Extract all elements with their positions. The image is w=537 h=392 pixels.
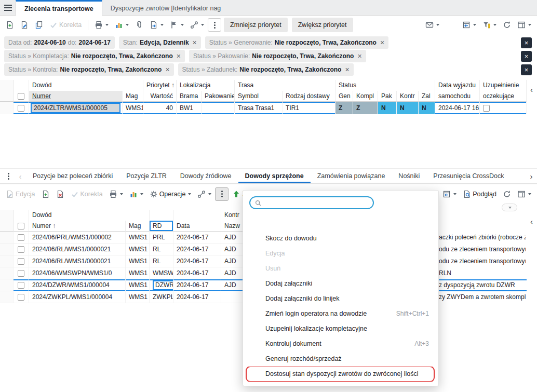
- focused-cell[interactable]: 2024/ZLTR/WMS1/000005: [31, 103, 120, 113]
- menu-item-dodaj-zalaczniki[interactable]: Dodaj załączniki: [243, 276, 438, 291]
- row-checkbox[interactable]: [18, 282, 24, 289]
- more-actions-button[interactable]: [215, 187, 229, 201]
- menu-item-generuj-rozchod-sprzedaz[interactable]: Generuj rozchód/sprzedaż: [243, 352, 438, 367]
- tab-dowody-sprzezone[interactable]: Dowody sprzężone: [238, 169, 311, 183]
- menu-item-uzupelnij-lokalizacje[interactable]: Uzupełnij lokalizacje kompletacyjne: [243, 321, 438, 336]
- row-handle[interactable]: [0, 232, 14, 244]
- filter-chip-status-pakowanie[interactable]: Status » Pakowanie: Nie rozpoczęto, Trwa…: [189, 50, 366, 62]
- column-group-dowod[interactable]: Dowód: [29, 210, 150, 221]
- filter-chip-status-zaladunek[interactable]: Status » Załadunek: Nie rozpoczęto, Trwa…: [178, 63, 354, 76]
- select-all-checkbox[interactable]: [18, 93, 24, 100]
- collapse-panel-button[interactable]: [502, 204, 517, 211]
- row-checkbox[interactable]: [18, 105, 24, 112]
- import-view-button[interactable]: [460, 19, 479, 31]
- print-button[interactable]: [106, 188, 126, 200]
- flag-button[interactable]: [167, 19, 186, 31]
- tabs-scroll-left-icon[interactable]: ‹: [15, 169, 26, 183]
- column-header-mag[interactable]: Mag: [126, 221, 150, 232]
- chip-close-icon[interactable]: ×: [193, 39, 197, 46]
- decrease-priority-button[interactable]: Zmniejsz priorytet: [224, 18, 288, 32]
- add-document-button[interactable]: [3, 19, 17, 31]
- menu-search-input[interactable]: [265, 199, 369, 207]
- chip-close-icon[interactable]: ×: [165, 66, 169, 73]
- relations-button[interactable]: [187, 19, 207, 31]
- column-header-numer[interactable]: Numer ↑: [29, 221, 126, 232]
- edit-button[interactable]: Edycja: [3, 188, 38, 200]
- row-handle[interactable]: [0, 102, 14, 114]
- panel-collapse-icon[interactable]: ‹: [530, 217, 533, 226]
- more-actions-button[interactable]: [208, 18, 221, 32]
- column-header-nazwa[interactable]: Nazw: [221, 221, 244, 232]
- column-group-status[interactable]: Status: [335, 80, 435, 91]
- hamburger-menu-button[interactable]: [0, 0, 16, 15]
- attachments-button[interactable]: [132, 19, 146, 31]
- korekta-button[interactable]: Korekta: [47, 19, 84, 31]
- preview-button[interactable]: Podgląd: [460, 188, 499, 200]
- column-header-data[interactable]: Data: [173, 221, 221, 232]
- chip-close-icon[interactable]: ×: [380, 39, 384, 46]
- column-header-symbol[interactable]: Symbol: [235, 91, 283, 102]
- column-header-zal[interactable]: Zal: [419, 91, 435, 102]
- focused-cell[interactable]: DZWR: [153, 280, 173, 290]
- increase-priority-button[interactable]: Zwiększ priorytet: [292, 18, 353, 32]
- chart-button[interactable]: [127, 188, 146, 200]
- table-row[interactable]: 2024/ZLTR/WMS1/000005 WMS1 40 BW1 Trasa …: [0, 102, 527, 114]
- chip-close-icon[interactable]: ×: [177, 52, 181, 60]
- column-header-kontr[interactable]: Kontr: [397, 91, 419, 102]
- column-header-pak[interactable]: Pak: [378, 91, 397, 102]
- operations-button[interactable]: Operacje: [147, 188, 194, 200]
- add-document-button[interactable]: [39, 188, 52, 200]
- menu-item-dodaj-zalaczniki-do-linijek[interactable]: Dodaj załączniki do linijek: [243, 291, 438, 306]
- column-group-trasa[interactable]: Trasa: [235, 80, 335, 91]
- column-group-priorytet[interactable]: Priorytet ↑: [143, 80, 177, 91]
- edit-document-button[interactable]: [18, 19, 31, 31]
- tab-zamowienia-powiazane[interactable]: Zamówienia powiązane: [311, 169, 392, 183]
- tab-pozycje-zltr[interactable]: Pozycje ZLTR: [119, 169, 173, 183]
- column-header-kompl[interactable]: Kompl: [353, 91, 378, 102]
- clear-filters-button[interactable]: ×: [521, 51, 532, 62]
- column-header-numer[interactable]: Numer: [29, 91, 123, 102]
- clear-filters-button[interactable]: ×: [521, 37, 532, 48]
- row-handle[interactable]: [0, 244, 14, 255]
- copy-document-button[interactable]: [32, 19, 46, 31]
- filter-chip-status-generowanie[interactable]: Status » Generowanie: Nie rozpoczęto, Tr…: [205, 36, 388, 49]
- filter-chip-status-kontrola[interactable]: Status » Kontrola: Nie rozpoczęto, Trwa,…: [4, 63, 174, 76]
- column-header-rodzaj-dostawy[interactable]: Rodzaj dostawy: [283, 91, 335, 102]
- column-header-oczekujace[interactable]: oczekujące: [480, 91, 527, 102]
- column-header-rd[interactable]: RD: [150, 221, 173, 232]
- tab-zlecenia-transportowe[interactable]: Zlecenia transportowe: [16, 0, 102, 16]
- row-checkbox[interactable]: [18, 246, 24, 253]
- menu-item-zmien-login-operatora[interactable]: Zmień login operatora na dowodzieShift+C…: [243, 306, 438, 321]
- row-handle[interactable]: [0, 291, 14, 303]
- refresh-button[interactable]: [500, 19, 514, 31]
- menu-item-dostosuj-stan-dyspozycji-zwrotow[interactable]: Dostosuj stan dyspozycji zwrotów do zwró…: [243, 367, 438, 382]
- tab-pozycje-bez-polecen-zbiorki[interactable]: Pozycje bez poleceń zbiórki: [26, 169, 119, 183]
- column-group-dowod[interactable]: Dowód: [29, 80, 143, 91]
- filter-chip-stan[interactable]: Stan: Edycja, Dziennik ×: [119, 36, 201, 49]
- panel-collapse-icon[interactable]: ‹: [530, 85, 533, 94]
- filter-settings-button[interactable]: [480, 19, 499, 31]
- row-handle[interactable]: [0, 255, 14, 267]
- column-header-samochodu[interactable]: samochodu: [435, 91, 480, 102]
- uzupelnienie-checkbox[interactable]: [483, 105, 490, 112]
- export-document-button[interactable]: [147, 19, 166, 31]
- relations-button[interactable]: [195, 188, 214, 200]
- tabs-scroll-right-icon[interactable]: ›: [526, 169, 537, 183]
- chip-close-icon[interactable]: ×: [357, 52, 361, 60]
- column-header-wartosc[interactable]: Wartość: [143, 91, 177, 102]
- cell-numer[interactable]: 2024/ZLTR/WMS1/000005: [29, 102, 123, 114]
- menu-item-skocz-do-dowodu[interactable]: Skocz do dowodu: [243, 231, 438, 246]
- column-group-kontrahent[interactable]: Kontr: [221, 210, 244, 221]
- tab-dyspozycje-zwrotow[interactable]: Dyspozycje zwrotów [Identyfikator nag: [102, 0, 230, 15]
- column-header-gen[interactable]: Gen: [335, 91, 353, 102]
- tab-dowody-zrodlowe[interactable]: Dowody źródłowe: [173, 169, 238, 183]
- column-header-mag[interactable]: Mag: [123, 91, 143, 102]
- menu-search[interactable]: [249, 196, 374, 209]
- print-button[interactable]: [92, 19, 111, 31]
- chip-close-icon[interactable]: ×: [345, 66, 349, 73]
- send-mail-button[interactable]: [423, 19, 442, 31]
- row-checkbox[interactable]: [18, 258, 24, 265]
- row-checkbox[interactable]: [18, 294, 24, 301]
- menu-item-kontroluj-dokument[interactable]: Kontroluj dokumentAlt+3: [243, 336, 438, 352]
- row-checkbox[interactable]: [18, 270, 24, 277]
